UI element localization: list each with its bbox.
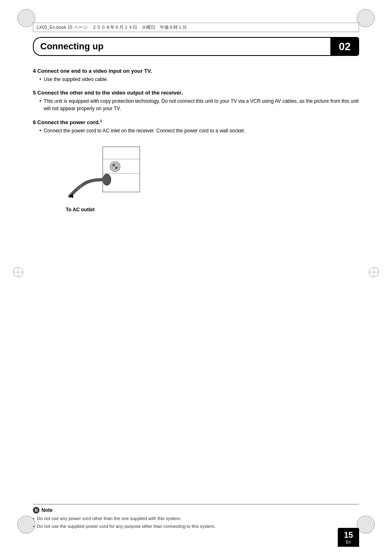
- decorative-circle-br: [357, 516, 375, 534]
- file-header: LX03_En.book 15 ページ ２００８年６月２４日 火曜日 午後６時１…: [33, 23, 359, 32]
- svg-point-23: [113, 164, 115, 166]
- step-4-bullet-1: Use the supplied video cable.: [39, 76, 359, 83]
- step-6-body: Connect the power cord to AC inlet on th…: [39, 127, 359, 134]
- step-5-body: This unit is equipped with copy protecti…: [39, 97, 359, 112]
- note-text: Do not use any power cord other than the…: [33, 515, 359, 530]
- power-cord-svg: [66, 143, 156, 208]
- note-item-2: Do not use the supplied power cord for a…: [33, 523, 359, 530]
- page-number: 15: [338, 530, 359, 540]
- note-label: Note: [42, 507, 53, 513]
- step-4-body: Use the supplied video cable.: [39, 76, 359, 83]
- chapter-header: Connecting up 02: [33, 37, 359, 56]
- chapter-title-box: Connecting up: [33, 37, 330, 56]
- power-cord-illustration: To AC outlet: [66, 143, 164, 217]
- note-icon: N: [33, 507, 39, 513]
- note-header: N Note: [33, 507, 359, 513]
- svg-point-24: [115, 166, 118, 169]
- decorative-circle-tr: [357, 9, 375, 27]
- reg-mark-mr: [368, 266, 380, 278]
- chapter-number-box: 02: [330, 37, 359, 56]
- step-6-heading: 6 Connect the power cord.1: [33, 119, 359, 125]
- step-5: 5 Connect the other end to the video out…: [33, 90, 359, 112]
- note-item-1: Do not use any power cord other than the…: [33, 515, 359, 522]
- note-item-2-text: Do not use the supplied power cord for a…: [37, 523, 216, 530]
- page-lang: En: [338, 540, 359, 544]
- svg-point-22: [112, 163, 118, 170]
- reg-mark-ml: [12, 266, 24, 278]
- chapter-title: Connecting up: [40, 41, 104, 52]
- file-header-text: LX03_En.book 15 ページ ２００８年６月２４日 火曜日 午後６時１…: [37, 24, 187, 30]
- step-6-bullet-1: Connect the power cord to AC inlet on th…: [39, 127, 359, 134]
- step-6-heading-text: 6 Connect the power cord.1: [33, 119, 102, 125]
- chapter-number: 02: [339, 40, 351, 53]
- step-5-heading: 5 Connect the other end to the video out…: [33, 90, 359, 96]
- step-5-bullet-1: This unit is equipped with copy protecti…: [39, 97, 359, 112]
- page: LX03_En.book 15 ページ ２００８年６月２４日 火曜日 午後６時１…: [0, 0, 392, 555]
- step-4: 4 Connect one end to a video input on yo…: [33, 68, 359, 83]
- step-4-heading: 4 Connect one end to a video input on yo…: [33, 68, 359, 74]
- page-number-badge: 15 En: [338, 528, 359, 547]
- content-area: 4 Connect one end to a video input on yo…: [33, 68, 359, 506]
- note-section: N Note Do not use any power cord other t…: [33, 504, 359, 530]
- step-6: 6 Connect the power cord.1 Connect the p…: [33, 119, 359, 134]
- ac-outlet-label: To AC outlet: [66, 207, 95, 213]
- note-item-1-text: Do not use any power cord other than the…: [37, 515, 182, 522]
